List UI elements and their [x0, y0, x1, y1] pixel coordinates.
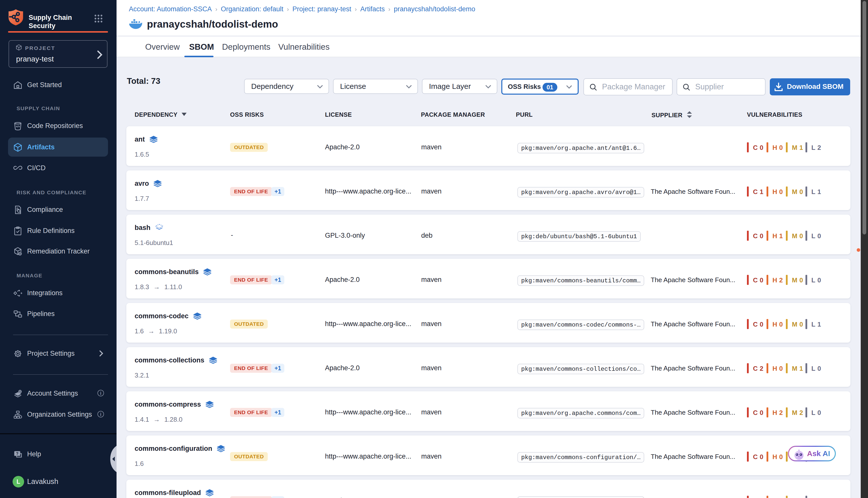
svg-text:?: ? [16, 451, 18, 456]
